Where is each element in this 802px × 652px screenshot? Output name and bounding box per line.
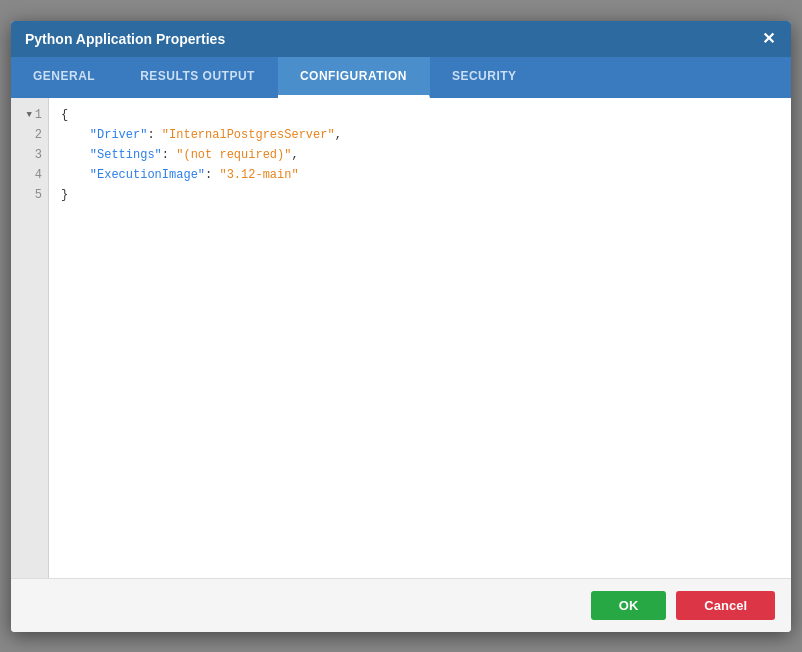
- collapse-arrow-1: ▼: [26, 108, 31, 122]
- ok-button[interactable]: OK: [591, 591, 667, 620]
- editor-area: ▼ 1 2 3 4 5 { "Driver": "InternalPostgre…: [11, 98, 791, 578]
- tab-results-output[interactable]: RESULTS OUTPUT: [118, 57, 278, 98]
- tab-general[interactable]: GENERAL: [11, 57, 118, 98]
- code-editor[interactable]: { "Driver": "InternalPostgresServer", "S…: [49, 98, 791, 578]
- footer: OK Cancel: [11, 578, 791, 632]
- code-line-5: }: [61, 186, 779, 206]
- line-number-2: 2: [17, 126, 42, 146]
- line-numbers: ▼ 1 2 3 4 5: [11, 98, 49, 578]
- tab-configuration[interactable]: CONFIGURATION: [278, 57, 430, 98]
- close-button[interactable]: ✕: [760, 31, 777, 47]
- line-number-4: 4: [17, 166, 42, 186]
- line-number-5: 5: [17, 186, 42, 206]
- code-line-3: "Settings": "(not required)",: [61, 146, 779, 166]
- code-line-2: "Driver": "InternalPostgresServer",: [61, 126, 779, 146]
- dialog: Python Application Properties ✕ GENERAL …: [11, 21, 791, 632]
- code-line-1: {: [61, 106, 779, 126]
- title-bar: Python Application Properties ✕: [11, 21, 791, 57]
- code-line-4: "ExecutionImage": "3.12-main": [61, 166, 779, 186]
- tab-security[interactable]: SECURITY: [430, 57, 540, 98]
- line-number-1: ▼ 1: [17, 106, 42, 126]
- tab-bar: GENERAL RESULTS OUTPUT CONFIGURATION SEC…: [11, 57, 791, 98]
- line-number-3: 3: [17, 146, 42, 166]
- cancel-button[interactable]: Cancel: [676, 591, 775, 620]
- dialog-title: Python Application Properties: [25, 31, 225, 47]
